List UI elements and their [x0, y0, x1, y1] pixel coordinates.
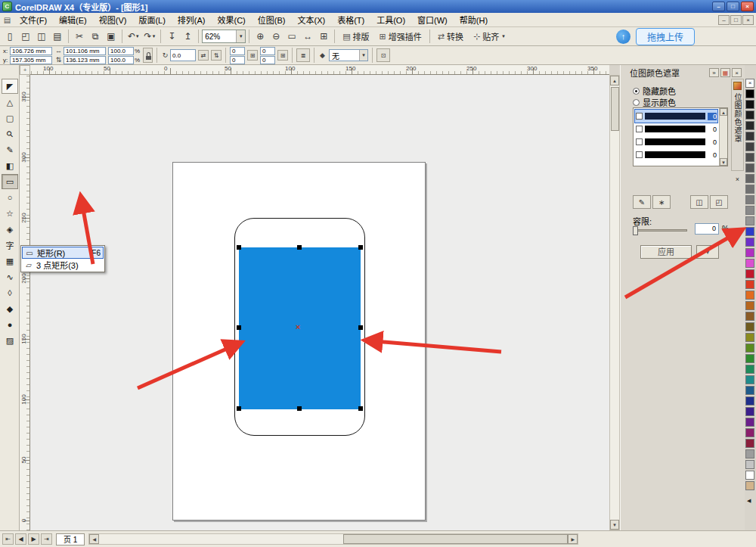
save-mask-button[interactable]: ◫: [690, 195, 708, 209]
color-swatch[interactable]: [745, 471, 754, 480]
horizontal-ruler[interactable]: 10050050100150200250300350: [30, 65, 609, 75]
zoom-in-button[interactable]: ⊕: [253, 29, 268, 44]
mask-scroll-up-icon[interactable]: ▲: [720, 108, 727, 116]
freehand-tool[interactable]: ✎: [2, 142, 18, 157]
corner-br-field[interactable]: 0: [260, 56, 275, 64]
interactive-fill-tool[interactable]: ▨: [2, 333, 18, 348]
mask-row-checkbox[interactable]: [636, 151, 643, 158]
menu-item-8[interactable]: 文本(X): [291, 12, 331, 27]
last-page-button[interactable]: ⇥: [41, 533, 52, 545]
doc-close-button[interactable]: ×: [742, 15, 754, 25]
scale-v-field[interactable]: 100.0: [108, 56, 134, 64]
convert-button[interactable]: ⇄ 转换: [433, 29, 468, 44]
color-swatch[interactable]: [745, 333, 754, 342]
horizontal-scroll-thumb[interactable]: [343, 534, 568, 544]
zoom-tool[interactable]: ⚲: [2, 126, 18, 141]
color-swatch[interactable]: [745, 312, 754, 321]
mask-row-checkbox[interactable]: [636, 126, 643, 132]
selection-handle[interactable]: [297, 406, 302, 411]
properties-button[interactable]: ⊡: [376, 48, 390, 62]
mirror-horizontal-button[interactable]: ⇄: [198, 50, 209, 61]
outline-pen-tool[interactable]: ◆: [2, 301, 18, 316]
vertical-scrollbar[interactable]: ▲ ▼: [609, 75, 620, 530]
mirror-vertical-button[interactable]: ⇅: [211, 50, 222, 61]
docker-tab-close-button[interactable]: ×: [731, 174, 744, 185]
palette-scroll-icon[interactable]: ◀: [747, 498, 751, 504]
flyout-3point-rectangle[interactable]: ▱3 点矩形(3): [22, 259, 104, 271]
color-swatch[interactable]: [745, 418, 754, 427]
corner-link-button-2[interactable]: ⊞: [277, 50, 288, 61]
new-button[interactable]: ▯: [2, 29, 17, 44]
redo-dropdown-icon[interactable]: ▾: [153, 33, 156, 39]
plugin-button[interactable]: ⊞ 增强插件: [375, 29, 426, 44]
edit-color-button[interactable]: ∗: [652, 195, 671, 209]
color-swatch[interactable]: [745, 449, 754, 458]
corner-bl-field[interactable]: 0: [230, 56, 245, 64]
selection-handle[interactable]: [358, 406, 363, 411]
color-swatch[interactable]: [745, 142, 754, 151]
menu-item-11[interactable]: 窗口(W): [411, 12, 454, 27]
eyedropper-tool[interactable]: ◊: [2, 285, 18, 300]
import-button[interactable]: ↧: [164, 29, 179, 44]
selection-handle[interactable]: [358, 245, 363, 250]
redo-button[interactable]: ↷▾: [142, 29, 158, 44]
menu-item-3[interactable]: 视图(V): [93, 12, 133, 27]
hide-colors-radio[interactable]: 隐藏颜色: [633, 85, 676, 97]
zoom-dropdown-icon[interactable]: ▾: [236, 30, 245, 42]
no-color-swatch[interactable]: ×: [745, 79, 754, 88]
color-swatch[interactable]: [745, 121, 754, 130]
show-colors-radio[interactable]: 显示颜色: [633, 96, 676, 108]
basic-shapes-tool[interactable]: ◈: [2, 222, 18, 237]
print-button[interactable]: ▤: [50, 29, 65, 44]
menu-item-1[interactable]: 文件(F): [14, 12, 53, 27]
mask-list-scrollbar[interactable]: ▲ ▼: [719, 108, 727, 166]
color-swatch[interactable]: [745, 396, 754, 406]
color-swatch[interactable]: [745, 428, 754, 437]
minimize-button[interactable]: –: [712, 2, 725, 11]
color-swatch[interactable]: [745, 343, 754, 353]
menu-item-2[interactable]: 编辑(E): [53, 12, 93, 27]
menu-item-9[interactable]: 表格(T): [331, 12, 370, 27]
color-swatch[interactable]: [745, 354, 754, 363]
next-page-button[interactable]: ▶: [28, 533, 39, 545]
mask-color-row[interactable]: 0: [635, 135, 717, 148]
color-swatch[interactable]: [745, 365, 754, 374]
text-tool[interactable]: 字: [2, 238, 18, 253]
scroll-down-button[interactable]: ▼: [610, 520, 619, 530]
mask-row-checkbox[interactable]: [636, 113, 643, 120]
color-swatch[interactable]: [745, 481, 754, 490]
selection-handle[interactable]: [237, 325, 241, 330]
menu-item-6[interactable]: 效果(C): [212, 12, 252, 27]
zoom-out-button[interactable]: ⊖: [268, 29, 284, 44]
rectangle-tool[interactable]: ▭: [2, 174, 18, 189]
color-swatch[interactable]: [745, 280, 754, 289]
docker-grid-button[interactable]: ▦: [720, 68, 730, 77]
scroll-right-button[interactable]: ▶: [568, 534, 578, 544]
color-swatch[interactable]: [745, 259, 754, 268]
menu-item-12[interactable]: 帮助(H): [454, 12, 494, 27]
color-swatch[interactable]: [745, 153, 754, 162]
outline-width-combo[interactable]: 无 ▾: [329, 49, 368, 61]
undo-dropdown-icon[interactable]: ▾: [136, 33, 139, 39]
corner-tl-field[interactable]: 0: [230, 47, 245, 55]
shape-tool[interactable]: △: [2, 95, 18, 110]
mask-row-checkbox[interactable]: [636, 138, 643, 145]
doc-minimize-button[interactable]: –: [718, 15, 730, 25]
color-swatch[interactable]: [745, 375, 754, 384]
color-swatch[interactable]: [745, 216, 754, 225]
color-swatch[interactable]: [745, 195, 754, 204]
color-swatch[interactable]: [745, 248, 754, 257]
color-swatch[interactable]: [745, 163, 754, 172]
undo-button[interactable]: ↶▾: [125, 29, 141, 44]
cloud-upload-icon[interactable]: ↑: [616, 30, 631, 44]
paste-button[interactable]: ▣: [104, 29, 119, 44]
maximize-button[interactable]: □: [727, 2, 739, 11]
polygon-tool[interactable]: ☆: [2, 206, 18, 221]
drag-upload-button[interactable]: 拖拽上传: [636, 28, 695, 45]
previous-page-button[interactable]: ◀: [15, 533, 26, 545]
smart-fill-tool[interactable]: ◧: [2, 158, 18, 173]
color-swatch[interactable]: [745, 407, 754, 416]
outline-dropdown-icon[interactable]: ▾: [359, 50, 367, 61]
ruler-origin-button[interactable]: +: [20, 65, 30, 75]
doc-restore-button[interactable]: □: [730, 15, 742, 25]
